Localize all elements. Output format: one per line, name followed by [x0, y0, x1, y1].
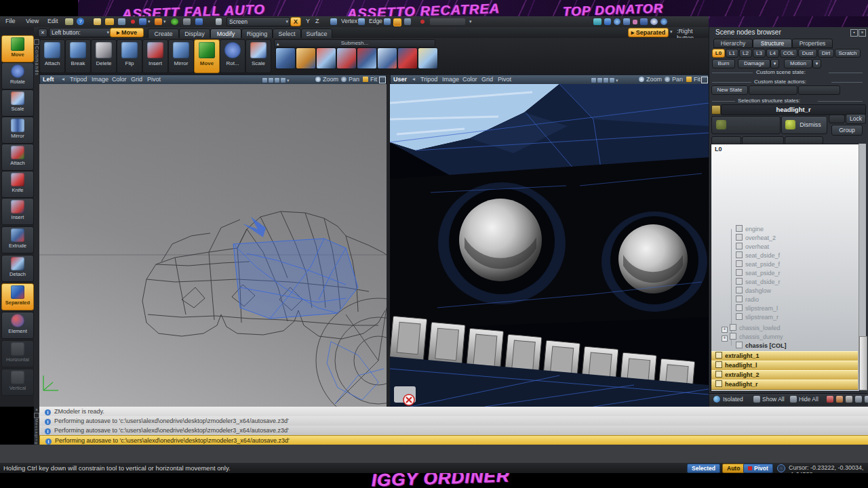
tree-item-seat-pside-r[interactable]: seat_pside_r — [736, 269, 781, 278]
tool-element[interactable]: Element — [1, 312, 34, 339]
submesh-tool-3-icon[interactable] — [316, 47, 336, 69]
auto-badge[interactable]: Auto — [722, 464, 745, 473]
lock-button[interactable]: Lock — [846, 114, 866, 124]
layer-L2-button[interactable]: L2 — [739, 49, 752, 58]
selected-row-headlight-l[interactable]: headlight_l — [711, 361, 858, 371]
message-row[interactable]: iPerforming autosave to 'c:\users\alexd\… — [39, 426, 868, 435]
tree-item-seat-dside-f[interactable]: seat_dside_f — [736, 251, 780, 260]
pivot-badge[interactable]: Pivot — [743, 464, 773, 473]
primitive-cone-icon[interactable] — [623, 18, 630, 25]
ribbon-attach-button[interactable]: Attach — [39, 39, 65, 73]
save-icon[interactable] — [118, 18, 125, 25]
wireframe-icon[interactable] — [262, 78, 267, 83]
show-all-icon[interactable] — [753, 396, 760, 403]
layer-dirt-button[interactable]: Dirt — [818, 49, 834, 58]
zoom-icon[interactable] — [639, 77, 644, 82]
viewport-left-menu-image[interactable]: Image — [92, 76, 108, 83]
viewport-left-zoom[interactable]: Zoom — [323, 76, 338, 83]
hide-all-icon[interactable] — [790, 396, 797, 403]
axis-y-button[interactable]: Y — [303, 16, 313, 26]
right-mode-caret[interactable]: ▾ — [670, 29, 673, 35]
new-file-icon[interactable] — [94, 18, 101, 25]
viewport-right-zoom[interactable]: Zoom — [646, 76, 662, 83]
new-state-button[interactable]: New State — [711, 85, 748, 95]
tool-rotate[interactable]: Rotate — [1, 62, 34, 89]
tool-mirror[interactable]: Mirror — [1, 117, 34, 144]
menu-file[interactable]: File — [3, 16, 18, 26]
drawmode-caret[interactable]: ▾ — [287, 78, 290, 83]
material-icon[interactable] — [195, 18, 203, 25]
layer-dust-button[interactable]: Dust — [798, 49, 817, 58]
submesh-tool-1-icon[interactable] — [275, 47, 296, 69]
vertex-mode-label[interactable]: Vertex — [338, 16, 360, 26]
left-button-dropdown[interactable]: Left button:▾ — [49, 28, 111, 37]
submesh-tool-7-icon[interactable] — [397, 47, 418, 69]
tree-item-seat-dside-r[interactable]: seat_dside_r — [736, 278, 781, 287]
damage-caret[interactable]: ▾ — [770, 59, 779, 68]
menu-edit[interactable]: Edit — [45, 16, 61, 26]
pin-icon[interactable] — [34, 39, 39, 45]
damage-button[interactable]: Damage — [738, 59, 770, 68]
layer-L1-button[interactable]: L1 — [726, 49, 738, 58]
axis-x-button[interactable]: X — [290, 17, 301, 26]
refresh-icon[interactable] — [171, 18, 178, 25]
tree-item-chassis-dummy[interactable]: +chassis_dummy — [722, 333, 783, 342]
tool-attach[interactable]: Attach — [1, 144, 34, 171]
poly-mode-icon[interactable] — [393, 18, 401, 26]
isolated-toggle[interactable]: Isolated — [723, 396, 743, 403]
viewport-left-menu-pivot[interactable]: Pivot — [147, 76, 161, 83]
selected-row-extralight-2[interactable]: extralight_2 — [711, 370, 858, 380]
viewport-right-menu-image[interactable]: Image — [442, 76, 459, 83]
layer-scratch-button[interactable]: Scratch — [835, 49, 861, 58]
ribbon-rotate-button[interactable]: Rot... — [220, 39, 245, 73]
tree-item-slipstream-l[interactable]: slipstream_l — [736, 304, 778, 313]
close-commands-icon[interactable]: × — [38, 28, 47, 37]
filter-orange-icon[interactable] — [836, 396, 843, 403]
left-mode-button[interactable]: ▸ Move — [110, 28, 144, 37]
dismiss-button[interactable]: Dismiss — [781, 116, 827, 134]
prim-state-button[interactable] — [829, 115, 845, 123]
screen-dropdown[interactable]: Screen▾ — [226, 17, 290, 26]
fit-icon[interactable] — [363, 77, 368, 82]
tool-vertical[interactable]: Vertical — [1, 369, 34, 396]
viewport-right-pan[interactable]: Pan — [672, 76, 683, 83]
textured-icon[interactable] — [275, 78, 279, 83]
viewport-right-menu-tripod[interactable]: Tripod — [420, 76, 437, 83]
transform-caret[interactable]: ▾ — [163, 19, 166, 24]
scrollbar-thumb[interactable] — [859, 336, 867, 390]
ribbon-scale-button[interactable]: Scale — [245, 39, 271, 73]
selection-tools-caret[interactable]: ▾ — [469, 19, 472, 24]
menu-view[interactable]: View — [23, 16, 41, 26]
tree-item-radio[interactable]: radio — [736, 296, 759, 304]
tree-item-dashglow[interactable]: dashglow — [736, 287, 771, 296]
panel-scrollbar[interactable] — [859, 144, 866, 390]
zoom-icon[interactable] — [315, 77, 321, 82]
submesh-group-header[interactable]: ▴Submesh... — [274, 39, 435, 47]
close-messages-icon[interactable]: × — [35, 407, 39, 412]
tree-item-slipstream-r[interactable]: slipstream_r — [736, 313, 778, 322]
edge-mode-icon[interactable] — [358, 18, 365, 25]
viewport-left-menu-grid[interactable]: Grid — [131, 76, 142, 83]
shaded-icon[interactable] — [269, 78, 273, 83]
help-icon[interactable]: ? — [77, 18, 84, 25]
update-state-button[interactable] — [749, 85, 797, 95]
node-checkbox-icon[interactable] — [736, 225, 743, 232]
isolated-globe-icon[interactable] — [713, 396, 720, 403]
ribbon-delete-button[interactable]: Delete — [91, 39, 117, 73]
layer-COL-button[interactable]: COL — [780, 49, 797, 58]
group-button[interactable]: Group — [831, 125, 863, 136]
selected-row-extralight-1[interactable]: extralight_1 — [711, 351, 858, 361]
lighting-icon[interactable] — [610, 78, 614, 83]
filter-list-icon[interactable] — [855, 396, 862, 403]
tree-item-overheat[interactable]: overheat — [736, 243, 769, 251]
axis-z-button[interactable]: Z — [313, 16, 322, 26]
tool-separated[interactable]: Separated — [1, 283, 34, 310]
viewport-left-view-selector[interactable]: Left — [43, 76, 54, 83]
submesh-tool-4-icon[interactable] — [336, 47, 357, 69]
viewport-left-fit[interactable]: Fit — [370, 76, 377, 83]
expander-icon[interactable]: + — [722, 336, 728, 342]
tree-item-engine[interactable]: engine — [736, 225, 764, 234]
panel-tab-structure[interactable]: Structure — [753, 39, 792, 48]
drawmode-caret[interactable]: ▾ — [616, 78, 618, 83]
submesh-collapse-icon[interactable]: ▴ — [277, 41, 279, 47]
